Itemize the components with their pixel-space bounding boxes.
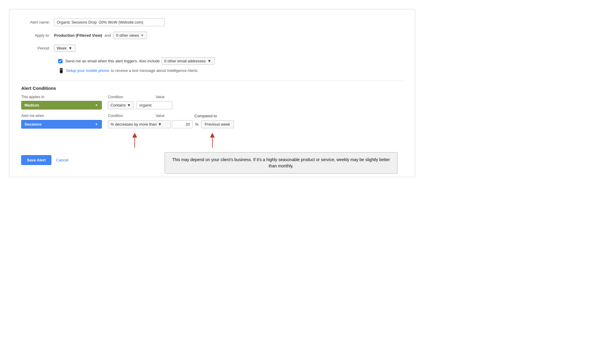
- col-header-compared-to: Compared to: [194, 114, 217, 118]
- percent-symbol: %: [195, 122, 199, 127]
- mobile-text-after: to receive a text message about Intellig…: [111, 68, 198, 73]
- col-header-applies-to: This applies to: [21, 95, 108, 99]
- apply-to-view: Production (Filtered View): [54, 33, 102, 38]
- annotation-arrows: [21, 133, 403, 149]
- condition-value-input[interactable]: [137, 101, 172, 109]
- setup-mobile-link[interactable]: Setup your mobile phone: [66, 68, 109, 73]
- apply-to-and: and: [105, 33, 111, 38]
- conditions-header: This applies to Condition Value: [21, 95, 403, 99]
- col-header-condition: Condition: [108, 95, 156, 99]
- apply-to-label: Apply to:: [21, 33, 54, 38]
- chevron-down-icon: ▼: [95, 123, 98, 126]
- other-email-addresses-dropdown[interactable]: 0 other email addresses ▼: [162, 57, 215, 65]
- arrows-svg: [108, 133, 275, 149]
- col-header-value: Value: [156, 95, 194, 99]
- alert-name-input[interactable]: [54, 18, 165, 26]
- alert-when-headers: Alert me when Condition Value Compared t…: [21, 114, 403, 118]
- email-checkbox[interactable]: [58, 59, 62, 63]
- condition-row-1: Medium ▼ Contains ▼: [21, 101, 403, 109]
- chevron-down-icon: ▼: [127, 103, 131, 107]
- other-views-dropdown[interactable]: 0 other views ▼: [114, 32, 147, 39]
- cancel-link[interactable]: Cancel: [56, 158, 68, 162]
- chevron-down-icon: ▼: [158, 122, 162, 127]
- save-alert-button[interactable]: Save Alert: [21, 155, 51, 165]
- pct-condition-dropdown[interactable]: % decreases by more than ▼: [108, 120, 171, 128]
- alert-conditions-title: Alert Conditions: [21, 86, 403, 91]
- annotation-box: This may depend on your client's busines…: [165, 152, 398, 174]
- chevron-down-icon: ▼: [95, 104, 98, 107]
- period-row: Period: Week ▼: [21, 44, 403, 52]
- col-header-value2: Value: [156, 114, 194, 118]
- alert-name-label: Alert name:: [21, 20, 54, 24]
- alert-when-row: Sessions ▼ % decreases by more than ▼ % …: [21, 120, 403, 129]
- email-checkbox-label: Send me an email when this alert trigger…: [65, 59, 160, 63]
- period-dropdown[interactable]: Week ▼: [54, 44, 76, 52]
- alert-name-row: Alert name:: [21, 18, 403, 26]
- col-header-alert-when: Alert me when: [21, 114, 108, 118]
- period-label: Period:: [21, 46, 54, 50]
- mobile-icon: 📱: [58, 68, 64, 73]
- mobile-row: 📱 Setup your mobile phone to receive a t…: [58, 68, 403, 73]
- applies-to-dropdown[interactable]: Medium ▼: [21, 101, 102, 109]
- chevron-down-icon: ▼: [68, 46, 72, 50]
- col-header-condition2: Condition: [108, 114, 156, 118]
- metric-dropdown[interactable]: Sessions ▼: [21, 120, 102, 129]
- main-form: Alert name: Apply to: Production (Filter…: [9, 9, 415, 177]
- value-number-input[interactable]: [172, 120, 193, 128]
- bottom-row: Save Alert Cancel This may depend on you…: [21, 155, 403, 165]
- contains-dropdown[interactable]: Contains ▼: [108, 101, 134, 109]
- compared-to-button[interactable]: Previous week: [201, 120, 234, 128]
- email-row: Send me an email when this alert trigger…: [58, 57, 403, 65]
- apply-to-row: Apply to: Production (Filtered View) and…: [21, 32, 403, 39]
- chevron-down-icon: ▼: [208, 59, 211, 63]
- chevron-down-icon: ▼: [141, 34, 144, 37]
- section-divider: [21, 81, 403, 81]
